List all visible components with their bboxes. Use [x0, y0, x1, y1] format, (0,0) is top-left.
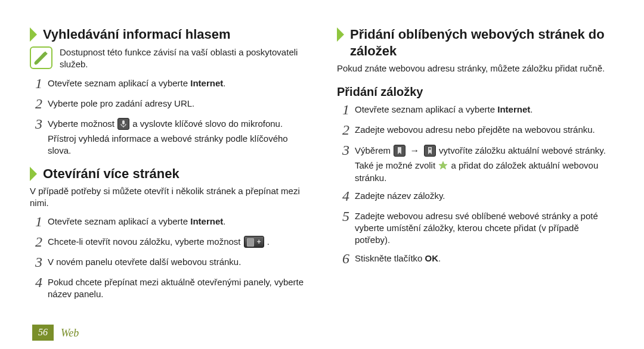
list-item: 2 Chcete-li otevřít novou záložku, vyber… — [30, 236, 307, 250]
step-text: Otevřete seznam aplikací a vyberte Inter… — [48, 77, 307, 89]
step-text: Zadejte název záložky. — [355, 190, 614, 202]
list-item: 6 Stiskněte tlačítko OK. — [337, 253, 614, 267]
new-tab-icon — [244, 236, 264, 248]
step-text: Otevřete seznam aplikací a vyberte Inter… — [48, 216, 307, 228]
chevron-icon — [337, 27, 344, 42]
step-text: Zadejte webovou adresu své oblíbené webo… — [355, 210, 614, 247]
heading-multi-pages-text: Otevírání více stránek — [43, 166, 179, 182]
heading-multi-pages: Otevírání více stránek — [30, 166, 307, 182]
page-number: 56 — [32, 325, 54, 341]
step-number: 1 — [337, 102, 355, 117]
step-text: Otevřete seznam aplikací a vyberte Inter… — [355, 104, 614, 116]
step-number: 2 — [30, 96, 48, 111]
heading-voice-search-text: Vyhledávání informací hlasem — [43, 26, 231, 43]
list-item: 4 Pokud chcete přepínat mezi aktuálně ot… — [30, 276, 307, 301]
step-extra: Přístroj vyhledá informace a webové strá… — [48, 133, 307, 157]
step-number: 2 — [337, 123, 355, 137]
multi-pages-intro: V případě potřeby si můžete otevřít i ně… — [30, 185, 307, 210]
step-number: 3 — [30, 255, 48, 269]
add-bookmark-intro: Pokud znáte webovou adresu stránky, může… — [337, 63, 614, 74]
add-bookmark-steps: 1 Otevřete seznam aplikací a vyberte Int… — [337, 104, 614, 266]
step-text: V novém panelu otevřete další webovou st… — [48, 256, 307, 268]
list-item: 3 V novém panelu otevřete další webovou … — [30, 256, 307, 270]
step-text: Chcete-li otevřít novou záložku, vyberte… — [48, 236, 307, 248]
list-item: 4 Zadejte název záložky. — [337, 190, 614, 204]
bookmark-icon — [394, 145, 405, 157]
list-item: 3 Vyberte možnost a vyslovte klíčové slo… — [30, 118, 307, 157]
step-number: 6 — [337, 251, 355, 266]
microphone-icon — [117, 118, 129, 130]
bookmark-add-icon — [424, 145, 436, 157]
list-item: 1 Otevřete seznam aplikací a vyberte Int… — [30, 216, 307, 230]
manual-page: Vyhledávání informací hlasem Dostupnost … — [0, 0, 644, 349]
heading-add-bookmark-text: Přidání oblíbených webových stránek do z… — [350, 26, 614, 59]
subheading-add-bookmark: Přidání záložky — [337, 84, 614, 100]
availability-note: Dostupnost této funkce závisí na vaší ob… — [30, 46, 307, 71]
list-item: 2 Zadejte webovou adresu nebo přejděte n… — [337, 124, 614, 138]
step-number: 4 — [30, 275, 48, 289]
heading-add-bookmark: Přidání oblíbených webových stránek do z… — [337, 26, 614, 59]
svg-rect-0 — [122, 120, 125, 124]
step-text: Pokud chcete přepínat mezi aktuálně otev… — [48, 276, 307, 301]
step-number: 5 — [337, 209, 355, 223]
step-number: 2 — [30, 235, 48, 249]
availability-note-text: Dostupnost této funkce závisí na vaší ob… — [60, 46, 307, 71]
step-number: 3 — [30, 117, 48, 131]
step-text: Vyberte možnost a vyslovte klíčové slovo… — [48, 118, 307, 157]
step-extra: Také je možné zvolit a přidat do záložek… — [355, 160, 614, 184]
multi-pages-steps: 1 Otevřete seznam aplikací a vyberte Int… — [30, 216, 307, 301]
step-text: Výběrem → vytvoříte záložku aktuální web… — [355, 144, 614, 184]
step-text: Stiskněte tlačítko OK. — [355, 253, 614, 264]
list-item: 1 Otevřete seznam aplikací a vyberte Int… — [30, 77, 307, 92]
step-number: 1 — [30, 76, 48, 91]
step-number: 1 — [30, 214, 48, 229]
page-footer: 56 Web — [32, 325, 79, 341]
left-column: Vyhledávání informací hlasem Dostupnost … — [30, 26, 307, 309]
voice-search-steps: 1 Otevřete seznam aplikací a vyberte Int… — [30, 77, 307, 157]
step-number: 4 — [337, 189, 355, 203]
step-text: Zadejte webovou adresu nebo přejděte na … — [355, 124, 614, 136]
right-column: Přidání oblíbených webových stránek do z… — [337, 26, 614, 309]
chevron-icon — [30, 167, 37, 181]
list-item: 5 Zadejte webovou adresu své oblíbené we… — [337, 210, 614, 247]
list-item: 3 Výběrem → vytvoříte záložku aktuální w… — [337, 144, 614, 184]
list-item: 2 Vyberte pole pro zadání adresy URL. — [30, 98, 307, 112]
note-icon — [30, 46, 52, 69]
step-text: Vyberte pole pro zadání adresy URL. — [48, 98, 307, 110]
columns: Vyhledávání informací hlasem Dostupnost … — [30, 26, 614, 309]
list-item: 1 Otevřete seznam aplikací a vyberte Int… — [337, 104, 614, 118]
page-section-label: Web — [61, 326, 79, 340]
chevron-icon — [30, 27, 37, 42]
step-number: 3 — [337, 143, 355, 157]
heading-voice-search: Vyhledávání informací hlasem — [30, 26, 307, 43]
arrow-icon: → — [410, 145, 422, 155]
star-icon — [438, 161, 448, 170]
